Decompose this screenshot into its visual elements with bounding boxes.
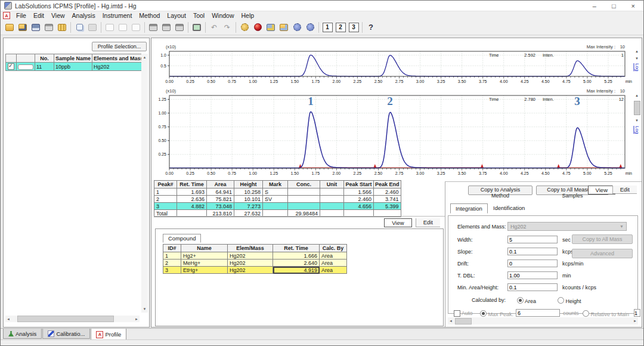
table-row[interactable]: 34.88273.0487.2734.6565.399	[154, 203, 401, 210]
table-row[interactable]: 1Hg2+Hg2021.666Area	[163, 252, 347, 260]
scroll-right-icon[interactable]: ►	[134, 316, 140, 323]
menu-item-instrument[interactable]: Instrument	[99, 12, 136, 19]
max-peak-input[interactable]	[516, 309, 560, 317]
column-header[interactable]: Ret. Time	[177, 181, 207, 189]
calc-by-area-radio[interactable]: Area	[517, 297, 536, 304]
chart-scrollbar-thumb[interactable]	[634, 101, 640, 115]
minimize-button[interactable]: –	[593, 1, 596, 11]
column-header[interactable]: ID#	[163, 245, 181, 252]
scrollbar-thumb[interactable]	[17, 316, 114, 322]
column-header[interactable]: Peak#	[154, 181, 177, 189]
calc-by-height-radio[interactable]: Height	[558, 297, 581, 304]
menu-item-layout[interactable]: Layout	[163, 12, 190, 19]
tile-vertical-icon[interactable]	[160, 21, 173, 33]
column-header[interactable]: Peak Start	[344, 181, 374, 189]
min-area-height-input[interactable]	[507, 283, 558, 291]
t-dbl-input[interactable]	[507, 271, 558, 279]
relative-to-main-peak-input[interactable]	[634, 309, 640, 317]
column-header[interactable]: Elem/Mass	[228, 245, 273, 252]
column-header[interactable]: Sample Name	[54, 54, 92, 63]
column-header[interactable]: Calc. By	[320, 245, 347, 252]
assistant-icon[interactable]	[251, 21, 264, 33]
width-input[interactable]	[507, 236, 558, 243]
tab-integration[interactable]: Integration	[450, 203, 488, 214]
column-header[interactable]: Elements and Mass	[92, 54, 145, 63]
scroll-down-icon[interactable]: ▼	[142, 305, 148, 313]
paste-icon[interactable]	[86, 21, 99, 33]
cascade-windows-icon[interactable]	[173, 21, 186, 33]
tab-identification[interactable]: Identification	[488, 203, 530, 212]
zoom-up-icon[interactable]: ▲	[634, 49, 639, 54]
redo-icon[interactable]: ↷	[221, 21, 234, 33]
compound-tab[interactable]: Compound	[163, 234, 201, 243]
main-chromatogram[interactable]: (x10)Max Intensity :100.250.500.751.001.…	[153, 86, 633, 179]
open-window-icon[interactable]	[116, 21, 129, 33]
scroll-left-icon[interactable]: ◄	[5, 316, 11, 323]
left-horizontal-scrollbar[interactable]: ◄ ►	[5, 316, 140, 322]
column-header[interactable]: Peak End	[374, 181, 401, 189]
log-scale-link[interactable]: Log	[634, 63, 640, 71]
column-header[interactable]: Height	[234, 181, 263, 189]
save-icon[interactable]	[29, 21, 42, 33]
tuning-icon[interactable]	[290, 21, 304, 33]
layout-1-button[interactable]: 1	[321, 21, 334, 33]
column-header[interactable]: Area	[207, 181, 234, 189]
organize-icon[interactable]	[55, 21, 69, 33]
method-view-tab[interactable]: View	[588, 186, 615, 194]
instrument-monitor-icon[interactable]	[190, 21, 203, 33]
menu-item-edit[interactable]: Edit	[30, 12, 48, 19]
zoom-up-icon[interactable]: ▲	[634, 93, 639, 98]
column-header[interactable]: Conc.	[288, 181, 320, 189]
table-row[interactable]: 22.63675.82110.101SV2.4603.741	[154, 196, 401, 203]
left-vertical-scrollbar[interactable]: ▲ ▼	[141, 54, 148, 313]
copy-icon[interactable]	[73, 21, 86, 33]
compound-edit-tab[interactable]: Edit	[416, 218, 440, 227]
drift-input[interactable]	[507, 260, 558, 267]
column-header[interactable]: No.	[35, 54, 54, 63]
table-row[interactable]: 2MeHg+Hg2022.640Area	[163, 260, 347, 267]
menu-item-file[interactable]: File	[13, 12, 30, 19]
batch-settings-icon[interactable]	[277, 21, 290, 33]
tab-calibration[interactable]: Calibratio...	[42, 329, 90, 339]
overview-chromatogram[interactable]: (x10)Max Intensity :100.51.0Time2.592Int…	[153, 39, 633, 86]
table-row[interactable]: 3EtHg+Hg2024.919Area	[163, 267, 347, 274]
maintenance-icon[interactable]	[304, 21, 317, 33]
menu-item-help[interactable]: Help	[238, 12, 258, 19]
sample-row[interactable]: 11 10ppb Hg202	[6, 63, 145, 71]
zoom-down-icon[interactable]: ▼	[634, 118, 639, 123]
column-header[interactable]: Unit	[320, 181, 344, 189]
help-icon[interactable]: ?	[364, 21, 377, 33]
system-settings-icon[interactable]	[264, 21, 277, 33]
open-data-icon[interactable]	[16, 21, 29, 33]
copy-to-all-mass-button[interactable]: Copy to All Mass	[572, 234, 633, 244]
scroll-left-icon[interactable]: ◄	[448, 317, 454, 325]
open-file-icon[interactable]	[3, 21, 16, 33]
tab-profile[interactable]: A Profile	[91, 329, 126, 340]
close-window-icon[interactable]	[129, 21, 143, 33]
tile-horizontal-icon[interactable]	[147, 21, 160, 33]
auto-checkbox[interactable]: Auto	[454, 310, 473, 317]
profile-selection-button[interactable]: Profile Selection...	[92, 42, 147, 51]
menu-item-window[interactable]: Window	[208, 12, 237, 19]
zoom-down-icon[interactable]: ▼	[634, 56, 639, 61]
new-window-icon[interactable]	[103, 21, 116, 33]
menu-item-view[interactable]: View	[48, 12, 69, 19]
method-edit-tab[interactable]: Edit	[612, 186, 637, 194]
max-peak-radio[interactable]: Max Peak:	[480, 310, 513, 317]
maximize-button[interactable]: □	[612, 1, 616, 11]
close-button[interactable]: ×	[631, 1, 635, 11]
advanced-button[interactable]: Advanced	[572, 249, 633, 258]
column-header[interactable]: Mark	[263, 181, 288, 189]
copy-to-analysis-method-button[interactable]: Copy to Analysis Method	[468, 186, 532, 195]
column-header[interactable]: Name	[181, 245, 228, 252]
table-row[interactable]: 11.69364.94110.258S1.5662.460	[154, 189, 401, 196]
tab-analysis[interactable]: Analysis	[3, 329, 42, 339]
scrollbar-thumb[interactable]	[455, 318, 472, 325]
sample-checkbox[interactable]	[8, 63, 14, 70]
method-horizontal-scrollbar[interactable]: ◄ ►	[448, 317, 638, 325]
menu-item-analysis[interactable]: Analysis	[69, 12, 99, 19]
undo-icon[interactable]: ↶	[208, 21, 221, 33]
scroll-right-icon[interactable]: ►	[632, 317, 638, 325]
menu-item-method[interactable]: Method	[135, 12, 163, 19]
layout-2-button[interactable]: 2	[334, 21, 347, 33]
